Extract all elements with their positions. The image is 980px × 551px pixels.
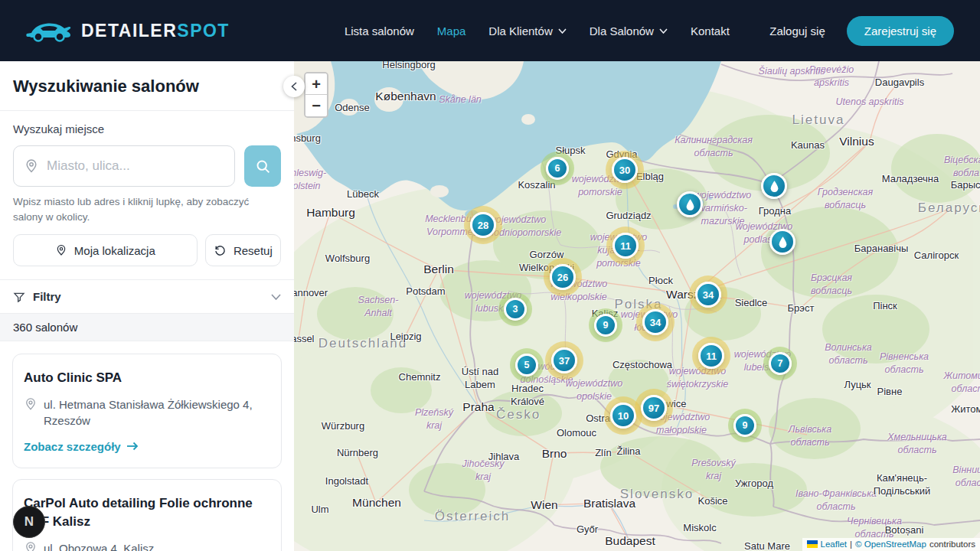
zoom-in-button[interactable]: + bbox=[305, 73, 327, 95]
main-nav: Lista salonów Mapa Dla Klientów Dla Salo… bbox=[345, 24, 730, 37]
ukraine-flag-icon bbox=[807, 540, 818, 548]
brand-name: DETAILERSPOT bbox=[81, 21, 230, 41]
search-hint: Wpisz miasto lub adres i kliknij lupkę, … bbox=[13, 194, 281, 224]
filters-toggle[interactable]: Filtry bbox=[0, 279, 294, 313]
salon-card[interactable]: CarPol Auto detailing Folie ochronne PPF… bbox=[12, 479, 282, 551]
nav-item-dla-klientow[interactable]: Dla Klientów bbox=[488, 24, 566, 37]
search-section: Wyszukaj miejsce Wpisz miasto lub adres … bbox=[0, 111, 294, 224]
map-markers: 63028112634393437511710979 bbox=[294, 61, 980, 551]
map-cluster-marker[interactable]: 9 bbox=[733, 414, 756, 437]
map-cluster-marker[interactable]: 30 bbox=[612, 157, 638, 183]
register-button[interactable]: Zarejestruj się bbox=[847, 16, 954, 46]
map-cluster-marker[interactable]: 5 bbox=[515, 354, 538, 377]
osm-link[interactable]: © OpenStreetMap bbox=[855, 540, 926, 549]
my-location-button[interactable]: Moja lokalizacja bbox=[13, 234, 198, 266]
reset-button[interactable]: Resetuj bbox=[205, 234, 281, 266]
droplet-icon bbox=[684, 198, 696, 211]
chevron-down-icon bbox=[271, 294, 281, 300]
salon-details-link[interactable]: Zobacz szczegóły bbox=[24, 440, 270, 453]
sidebar-actions: Moja lokalizacja Resetuj bbox=[0, 224, 294, 279]
nav-right-group: Zaloguj się Zarejestruj się bbox=[769, 16, 954, 46]
chevron-down-icon bbox=[558, 28, 567, 34]
map-cluster-marker[interactable]: 37 bbox=[551, 347, 577, 373]
brand-logo[interactable]: DETAILERSPOT bbox=[26, 18, 230, 44]
map-cluster-marker[interactable]: 28 bbox=[470, 212, 496, 238]
login-link[interactable]: Zaloguj się bbox=[769, 24, 825, 37]
leaflet-link[interactable]: Leaflet bbox=[821, 540, 848, 549]
search-label: Wyszukaj miejsce bbox=[13, 122, 281, 135]
location-pin-icon bbox=[24, 158, 39, 174]
search-icon bbox=[255, 158, 271, 174]
nav-item-lista-salonow[interactable]: Lista salonów bbox=[345, 24, 414, 37]
salon-name: Auto Clinic SPA bbox=[24, 369, 270, 387]
map-cluster-marker[interactable]: 3 bbox=[504, 298, 527, 321]
map-zoom-control: + − bbox=[304, 72, 328, 118]
map-cluster-marker[interactable]: 97 bbox=[641, 395, 667, 421]
map-pin-marker[interactable] bbox=[769, 229, 795, 255]
filter-funnel-icon bbox=[13, 291, 25, 303]
nav-item-kontakt[interactable]: Kontakt bbox=[691, 24, 730, 37]
search-input[interactable] bbox=[47, 158, 224, 174]
car-icon bbox=[26, 18, 74, 44]
results-count: 360 salonów bbox=[0, 313, 294, 341]
sidebar-header: Wyszukiwanie salonów bbox=[0, 61, 294, 111]
salon-address: ul. Hetmana Stanisława Żółkiewskiego 4, … bbox=[24, 396, 270, 429]
zoom-out-button[interactable]: − bbox=[305, 95, 327, 116]
map-cluster-marker[interactable]: 7 bbox=[769, 352, 792, 375]
arrow-right-icon bbox=[126, 442, 139, 451]
map-cluster-marker[interactable]: 34 bbox=[642, 309, 668, 335]
salon-address: ul. Obozowa 4, Kalisz bbox=[24, 540, 270, 551]
search-sidebar: Wyszukiwanie salonów Wyszukaj miejsce Wp… bbox=[0, 61, 294, 551]
map-cluster-marker[interactable]: 6 bbox=[546, 157, 569, 180]
map-cluster-marker[interactable]: 11 bbox=[698, 343, 724, 369]
map-pin-marker[interactable] bbox=[677, 191, 703, 217]
reset-icon bbox=[214, 244, 227, 257]
map-cluster-marker[interactable]: 34 bbox=[695, 282, 721, 308]
nav-item-mapa[interactable]: Mapa bbox=[437, 24, 466, 37]
top-navbar: DETAILERSPOT Lista salonów Mapa Dla Klie… bbox=[0, 0, 980, 61]
map-pin-marker[interactable] bbox=[761, 173, 787, 199]
dev-tools-badge[interactable]: N bbox=[13, 506, 45, 538]
sidebar-collapse-button[interactable] bbox=[283, 76, 305, 97]
chevron-left-icon bbox=[291, 82, 297, 91]
map-cluster-marker[interactable]: 26 bbox=[550, 264, 576, 290]
location-pin-icon bbox=[24, 541, 38, 551]
page-title: Wyszukiwanie salonów bbox=[13, 77, 281, 96]
salon-card[interactable]: Auto Clinic SPA ul. Hetmana Stanisława Ż… bbox=[12, 354, 282, 468]
map-cluster-marker[interactable]: 10 bbox=[610, 403, 636, 429]
search-button[interactable] bbox=[244, 145, 281, 187]
chevron-down-icon bbox=[659, 28, 668, 34]
salon-name: CarPol Auto detailing Folie ochronne PPF… bbox=[24, 494, 270, 531]
droplet-icon bbox=[769, 180, 780, 193]
map-cluster-marker[interactable]: 9 bbox=[594, 314, 617, 337]
location-pin-icon bbox=[55, 244, 67, 256]
droplet-icon bbox=[777, 236, 789, 249]
map-canvas[interactable]: Skåne länSchleswig- HolsteinMecklenburg-… bbox=[294, 61, 980, 551]
search-input-wrap bbox=[13, 145, 235, 187]
location-pin-icon bbox=[24, 397, 38, 411]
map-cluster-marker[interactable]: 11 bbox=[612, 233, 639, 259]
map-attribution: Leaflet | © OpenStreetMap contributors bbox=[802, 538, 980, 551]
nav-item-dla-salonow[interactable]: Dla Salonów bbox=[590, 24, 668, 37]
